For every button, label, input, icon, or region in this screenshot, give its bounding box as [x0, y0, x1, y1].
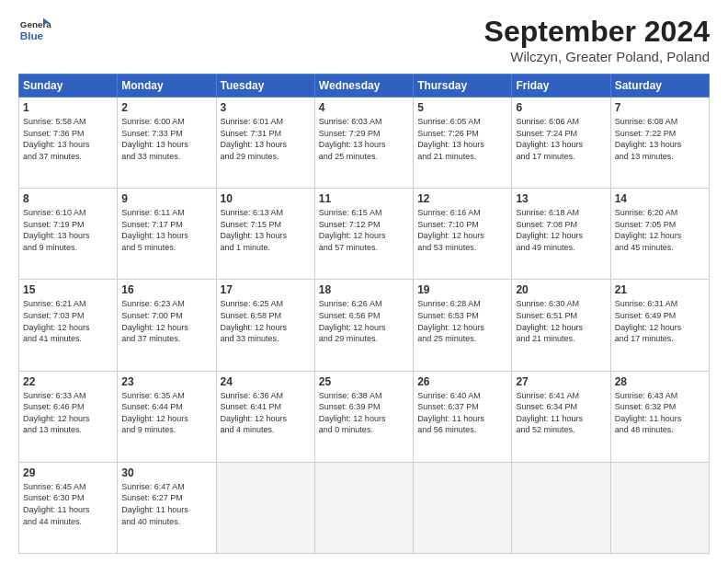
calendar-cell: 27Sunrise: 6:41 AMSunset: 6:34 PMDayligh… [512, 371, 610, 462]
day-number: 4 [319, 101, 409, 114]
calendar-cell: 30Sunrise: 6:47 AMSunset: 6:27 PMDayligh… [118, 462, 216, 553]
day-number: 10 [221, 192, 311, 205]
weekday-saturday: Saturday [610, 75, 709, 98]
weekday-sunday: Sunday [19, 75, 118, 98]
location: Wilczyn, Greater Poland, Poland [484, 49, 710, 64]
week-row-5: 29Sunrise: 6:45 AMSunset: 6:30 PMDayligh… [19, 462, 710, 553]
calendar-cell: 1Sunrise: 5:58 AMSunset: 7:36 PMDaylight… [19, 98, 118, 189]
day-info: Sunrise: 6:28 AMSunset: 6:53 PMDaylight:… [417, 298, 507, 344]
day-info: Sunrise: 6:01 AMSunset: 7:31 PMDaylight:… [221, 116, 311, 162]
day-number: 6 [516, 101, 606, 114]
calendar-cell: 22Sunrise: 6:33 AMSunset: 6:46 PMDayligh… [19, 371, 118, 462]
calendar-cell: 18Sunrise: 6:26 AMSunset: 6:56 PMDayligh… [314, 280, 413, 371]
calendar-cell [314, 462, 413, 553]
day-number: 29 [23, 466, 113, 479]
calendar-cell: 2Sunrise: 6:00 AMSunset: 7:33 PMDaylight… [118, 98, 216, 189]
day-number: 12 [417, 192, 507, 205]
weekday-tuesday: Tuesday [216, 75, 314, 98]
day-number: 3 [221, 101, 311, 114]
calendar-cell: 14Sunrise: 6:20 AMSunset: 7:05 PMDayligh… [610, 189, 709, 280]
calendar-cell: 5Sunrise: 6:05 AMSunset: 7:26 PMDaylight… [414, 98, 512, 189]
calendar-cell: 28Sunrise: 6:43 AMSunset: 6:32 PMDayligh… [610, 371, 709, 462]
calendar-cell: 12Sunrise: 6:16 AMSunset: 7:10 PMDayligh… [414, 189, 512, 280]
weekday-friday: Friday [512, 75, 610, 98]
calendar-cell: 20Sunrise: 6:30 AMSunset: 6:51 PMDayligh… [512, 280, 610, 371]
calendar-cell: 3Sunrise: 6:01 AMSunset: 7:31 PMDaylight… [216, 98, 314, 189]
calendar-cell: 21Sunrise: 6:31 AMSunset: 6:49 PMDayligh… [610, 280, 709, 371]
day-number: 7 [615, 101, 705, 114]
svg-text:Blue: Blue [20, 29, 44, 41]
weekday-wednesday: Wednesday [314, 75, 413, 98]
weekday-thursday: Thursday [414, 75, 512, 98]
calendar-cell: 24Sunrise: 6:36 AMSunset: 6:41 PMDayligh… [216, 371, 314, 462]
day-info: Sunrise: 6:30 AMSunset: 6:51 PMDaylight:… [516, 298, 606, 344]
day-number: 30 [121, 466, 211, 479]
calendar-cell: 13Sunrise: 6:18 AMSunset: 7:08 PMDayligh… [512, 189, 610, 280]
day-number: 16 [121, 283, 211, 296]
day-info: Sunrise: 6:41 AMSunset: 6:34 PMDaylight:… [516, 390, 606, 436]
day-info: Sunrise: 6:20 AMSunset: 7:05 PMDaylight:… [615, 207, 705, 253]
day-number: 19 [417, 283, 507, 296]
title-block: September 2024 Wilczyn, Greater Poland, … [484, 15, 710, 64]
day-number: 14 [615, 192, 705, 205]
day-info: Sunrise: 6:23 AMSunset: 7:00 PMDaylight:… [121, 298, 211, 344]
calendar-cell: 19Sunrise: 6:28 AMSunset: 6:53 PMDayligh… [414, 280, 512, 371]
calendar-cell: 7Sunrise: 6:08 AMSunset: 7:22 PMDaylight… [610, 98, 709, 189]
calendar-cell: 16Sunrise: 6:23 AMSunset: 7:00 PMDayligh… [118, 280, 216, 371]
day-number: 2 [121, 101, 211, 114]
day-number: 26 [417, 375, 507, 388]
calendar-cell: 17Sunrise: 6:25 AMSunset: 6:58 PMDayligh… [216, 280, 314, 371]
day-info: Sunrise: 6:26 AMSunset: 6:56 PMDaylight:… [319, 298, 409, 344]
day-info: Sunrise: 6:18 AMSunset: 7:08 PMDaylight:… [516, 207, 606, 253]
calendar-cell: 29Sunrise: 6:45 AMSunset: 6:30 PMDayligh… [19, 462, 118, 553]
calendar-cell: 8Sunrise: 6:10 AMSunset: 7:19 PMDaylight… [19, 189, 118, 280]
day-info: Sunrise: 6:05 AMSunset: 7:26 PMDaylight:… [417, 116, 507, 162]
day-info: Sunrise: 6:21 AMSunset: 7:03 PMDaylight:… [23, 298, 113, 344]
day-number: 21 [615, 283, 705, 296]
day-info: Sunrise: 6:11 AMSunset: 7:17 PMDaylight:… [121, 207, 211, 253]
calendar-header: SundayMondayTuesdayWednesdayThursdayFrid… [19, 75, 710, 98]
day-info: Sunrise: 6:03 AMSunset: 7:29 PMDaylight:… [319, 116, 409, 162]
day-number: 9 [121, 192, 211, 205]
week-row-2: 8Sunrise: 6:10 AMSunset: 7:19 PMDaylight… [19, 189, 710, 280]
day-info: Sunrise: 6:35 AMSunset: 6:44 PMDaylight:… [121, 390, 211, 436]
week-row-4: 22Sunrise: 6:33 AMSunset: 6:46 PMDayligh… [19, 371, 710, 462]
day-number: 23 [121, 375, 211, 388]
day-info: Sunrise: 6:33 AMSunset: 6:46 PMDaylight:… [23, 390, 113, 436]
day-number: 1 [23, 101, 113, 114]
day-info: Sunrise: 6:31 AMSunset: 6:49 PMDaylight:… [615, 298, 705, 344]
calendar-body: 1Sunrise: 5:58 AMSunset: 7:36 PMDaylight… [19, 98, 710, 554]
calendar-cell: 11Sunrise: 6:15 AMSunset: 7:12 PMDayligh… [314, 189, 413, 280]
day-info: Sunrise: 6:36 AMSunset: 6:41 PMDaylight:… [221, 390, 311, 436]
day-number: 20 [516, 283, 606, 296]
calendar-cell: 25Sunrise: 6:38 AMSunset: 6:39 PMDayligh… [314, 371, 413, 462]
calendar-cell: 6Sunrise: 6:06 AMSunset: 7:24 PMDaylight… [512, 98, 610, 189]
logo: GeneralBlue [18, 15, 51, 48]
day-info: Sunrise: 5:58 AMSunset: 7:36 PMDaylight:… [23, 116, 113, 162]
day-number: 8 [23, 192, 113, 205]
day-info: Sunrise: 6:06 AMSunset: 7:24 PMDaylight:… [516, 116, 606, 162]
day-info: Sunrise: 6:25 AMSunset: 6:58 PMDaylight:… [221, 298, 311, 344]
day-number: 13 [516, 192, 606, 205]
page: GeneralBlue September 2024 Wilczyn, Grea… [0, 0, 728, 563]
calendar-cell: 15Sunrise: 6:21 AMSunset: 7:03 PMDayligh… [19, 280, 118, 371]
day-info: Sunrise: 6:08 AMSunset: 7:22 PMDaylight:… [615, 116, 705, 162]
day-info: Sunrise: 6:38 AMSunset: 6:39 PMDaylight:… [319, 390, 409, 436]
calendar-cell: 9Sunrise: 6:11 AMSunset: 7:17 PMDaylight… [118, 189, 216, 280]
calendar-cell [610, 462, 709, 553]
calendar-cell [414, 462, 512, 553]
day-number: 18 [319, 283, 409, 296]
day-info: Sunrise: 6:15 AMSunset: 7:12 PMDaylight:… [319, 207, 409, 253]
header: GeneralBlue September 2024 Wilczyn, Grea… [18, 15, 710, 64]
day-number: 25 [319, 375, 409, 388]
day-info: Sunrise: 6:40 AMSunset: 6:37 PMDaylight:… [417, 390, 507, 436]
day-number: 15 [23, 283, 113, 296]
calendar-cell: 10Sunrise: 6:13 AMSunset: 7:15 PMDayligh… [216, 189, 314, 280]
calendar-cell: 26Sunrise: 6:40 AMSunset: 6:37 PMDayligh… [414, 371, 512, 462]
weekday-row: SundayMondayTuesdayWednesdayThursdayFrid… [19, 75, 710, 98]
weekday-monday: Monday [118, 75, 216, 98]
day-info: Sunrise: 6:45 AMSunset: 6:30 PMDaylight:… [23, 481, 113, 527]
day-number: 27 [516, 375, 606, 388]
calendar-cell [512, 462, 610, 553]
day-info: Sunrise: 6:43 AMSunset: 6:32 PMDaylight:… [615, 390, 705, 436]
